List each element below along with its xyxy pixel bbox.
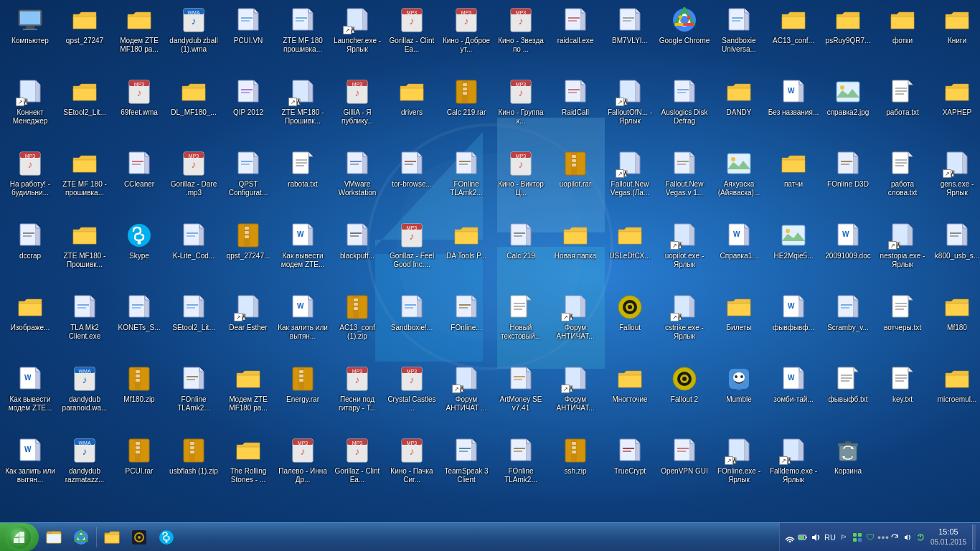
desktop-icon-ac13-zip[interactable]: AC13_conf (1).zip <box>330 290 385 362</box>
desktop-icon-blackpuff[interactable]: blackpuff... <box>330 218 385 290</box>
desktop-icon-teamspeak3[interactable]: TeamSpeak 3 Client <box>439 433 494 505</box>
desktop-icon-pesni-gitaru[interactable]: ♪ MP3 Песни под гитару - Т... <box>330 362 385 433</box>
desktop-icon-dccrap[interactable]: dccrap <box>3 218 57 290</box>
desktop-icon-google-chrome[interactable]: Google Chrome <box>657 3 712 75</box>
desktop-icon-fyvfyvfb[interactable]: фывыфб.txt <box>821 362 875 433</box>
desktop-icon-fallout-new-vegas-v[interactable]: Fallout.New Vegas.v 1... <box>657 146 712 218</box>
desktop-icon-psruy9qr7[interactable]: psRuy9QR7... <box>821 3 875 75</box>
desktop-icon-raidcall-exe[interactable]: raidcall.exe <box>548 3 603 75</box>
desktop-icon-qpst27247[interactable]: qpst_27247 <box>57 3 112 75</box>
desktop-icon-setool2-lit2[interactable]: SEtool2_Lit... <box>166 290 221 362</box>
desktop-icon-3g-modem[interactable]: ↗ Коннект Менеджер <box>3 75 57 146</box>
desktop-icon-microemul[interactable]: microemul... <box>930 362 980 433</box>
desktop-icon-kak-zalit-2[interactable]: W Как залить или вытян... <box>3 433 57 505</box>
desktop-icon-crystal-castles[interactable]: ♪ MP3 Crystal Castles ... <box>385 362 439 433</box>
tray-vol2[interactable] <box>902 532 913 543</box>
taskbar-chrome[interactable] <box>68 524 94 550</box>
desktop-icon-fallout2[interactable]: Fallout 2 <box>657 362 712 433</box>
desktop-icon-dandydub-razm[interactable]: WMA ♪ dandydub razmatazz... <box>57 433 112 505</box>
desktop-icon-fonline-exe[interactable]: ↗ FOnline.exe - Ярлык <box>712 433 766 505</box>
desktop-icon-konets-s[interactable]: KONETs_S... <box>112 290 166 362</box>
desktop-icon-calc219-rar[interactable]: Calc 219.rar <box>439 75 494 146</box>
tray-network2[interactable] <box>852 532 863 543</box>
desktop-icon-gorillaz-dare[interactable]: ♪ MP3 Gorillaz - Dare .mp3 <box>166 146 221 218</box>
desktop-icon-qpst27247b[interactable]: qpst_27247... <box>221 218 275 290</box>
desktop-icon-fallout[interactable]: Fallout <box>603 290 657 362</box>
desktop-icon-rabota-txt2[interactable]: rabota.txt <box>275 146 330 218</box>
desktop-icon-zte-mf180-1[interactable]: ZTE MF 180 прошивка... <box>275 3 330 75</box>
taskbar-skype[interactable] <box>154 524 179 550</box>
desktop-icon-skype[interactable]: Skype <box>112 218 166 290</box>
desktop-icon-usbflash[interactable]: usbflash (1).zip <box>166 433 221 505</box>
desktop-icon-pcui-vn[interactable]: PCUI.VN <box>221 3 275 75</box>
desktop-icon-usledfcx[interactable]: USLeDfCX... <box>603 218 657 290</box>
tray-volume[interactable] <box>810 532 821 543</box>
desktop-icon-gillia[interactable]: ♪ MP3 GilliA - Я публику... <box>330 75 385 146</box>
desktop-icon-truecrypt[interactable]: TrueCrypt <box>603 433 657 505</box>
desktop-icon-auslogics[interactable]: Auslogics Disk Defrag <box>657 75 712 146</box>
desktop-icon-69feet-wma[interactable]: ♪ MP3 69feet.wma <box>112 75 166 146</box>
desktop-icon-rabota-slova[interactable]: работа слова.txt <box>875 146 930 218</box>
desktop-icon-korzina[interactable]: Корзина <box>821 433 875 505</box>
desktop-icon-forum-antichat-2[interactable]: ↗ Форум АНТИЧАТ ... <box>439 362 494 433</box>
desktop-icon-qip2012[interactable]: QIP 2012 <box>221 75 275 146</box>
taskbar-folder[interactable] <box>99 524 125 550</box>
desktop-icon-knigi[interactable]: Книги <box>930 3 980 75</box>
start-button[interactable] <box>0 523 39 552</box>
desktop-icon-nestopia[interactable]: ↗ nestopia.exe - Ярлык <box>875 218 930 290</box>
desktop-icon-forum-antichat[interactable]: ↗ Форум АНТИЧАТ... <box>548 290 603 362</box>
desktop-icon-kak-vyvesti-mod[interactable]: W Как вывести модем ZTE... <box>3 362 57 433</box>
desktop-icon-bez-nazvanya[interactable]: W Без названия... <box>766 75 821 146</box>
tray-update[interactable] <box>889 532 900 543</box>
tray-shield[interactable]: 🛡 <box>864 532 876 543</box>
tray-power[interactable] <box>915 532 926 543</box>
desktop-icon-scramby-v[interactable]: Scramby_v... <box>821 290 875 362</box>
tray-extra[interactable]: ●●● <box>877 532 889 543</box>
desktop-icon-xarner[interactable]: ХАРНЕР <box>930 75 980 146</box>
desktop-icon-20091009-doc[interactable]: W 20091009.doc <box>821 218 875 290</box>
desktop-icon-tla-mk2[interactable]: TLA Mk2 Client.exe <box>57 290 112 362</box>
desktop-icon-dandy[interactable]: DANDY <box>712 75 766 146</box>
desktop-icon-artmoney[interactable]: ArtMoney SE v7.41 <box>494 362 548 433</box>
desktop-icon-kino-dobroe[interactable]: ♪ MP3 Кино - Доброе ут... <box>439 3 494 75</box>
desktop-icon-forum-antichat-3[interactable]: ↗ Форум АНТИЧАТ... <box>548 362 603 433</box>
taskbar-player[interactable] <box>126 524 152 550</box>
desktop-icon-ac13-conf[interactable]: AC13_conf... <box>766 3 821 75</box>
desktop-icon-mf180[interactable]: Mf180 <box>930 290 980 362</box>
desktop-icon-kak-vyvesti[interactable]: W Как вывести модем ZTE... <box>275 218 330 290</box>
desktop-icon-uopilot-rar[interactable]: uopilot.rar <box>548 146 603 218</box>
desktop-icon-votchery[interactable]: вотчеры.txt <box>875 290 930 362</box>
tray-battery[interactable] <box>797 532 809 543</box>
desktop-icon-openvpn[interactable]: OpenVPN GUI <box>657 433 712 505</box>
desktop-icon-kino-gruppa[interactable]: ♪ MP3 Кино - Группа к... <box>494 75 548 146</box>
language-button[interactable]: RU <box>821 533 839 542</box>
desktop-icon-k800-usb[interactable]: k800_usb_s... <box>930 218 980 290</box>
desktop-icon-palevo[interactable]: ♪ MP3 Палево - Инна Др... <box>275 433 330 505</box>
desktop-icon-qpst-config[interactable]: QPST Configurat... <box>221 146 275 218</box>
desktop-icon-fonline-tlamk[interactable]: FOnline TLAmk2... <box>439 146 494 218</box>
desktop-icon-fonline-tlamk2[interactable]: FOnline TLAmk2... <box>166 362 221 433</box>
desktop-icon-vmware[interactable]: VMware Workstation <box>330 146 385 218</box>
desktop-icon-ssh-zip[interactable]: ssh.zip <box>548 433 603 505</box>
desktop-icon-dear-esther[interactable]: ↗ Dear Esther <box>221 290 275 362</box>
desktop-icon-drivers[interactable]: drivers <box>385 75 439 146</box>
desktop-icon-kino-viktor[interactable]: ♪ MP3 Кино - Виктор Ц... <box>494 146 548 218</box>
desktop-icon-sandboxie[interactable]: Sandboxie Universa... <box>712 3 766 75</box>
desktop-icon-calc219[interactable]: Calc 219 <box>494 218 548 290</box>
desktop-icon-setool2-lit[interactable]: SEtool2_Lit... <box>57 75 112 146</box>
desktop-icon-gorillaz-feel[interactable]: ♪ MP3 Gorillaz - Feel Good Inc.... <box>385 218 439 290</box>
desktop-icon-mumble[interactable]: Mumble <box>712 362 766 433</box>
desktop-icon-launcher-exe[interactable]: ↗ Launcher.exe - Ярлык <box>330 3 385 75</box>
desktop-icon-modem-zte-ra[interactable]: Модем ZTE MF180 ра... <box>221 362 275 433</box>
desktop-icon-spravka1[interactable]: W Справка1... <box>712 218 766 290</box>
desktop-icon-computer[interactable]: Компьютер <box>3 3 57 75</box>
desktop-icon-dandydub-wma[interactable]: WMA ♪ dandydub zball (1).wma <box>166 3 221 75</box>
desktop-icon-pcui-rar[interactable]: PCUI.rar <box>112 433 166 505</box>
desktop-icon-zte-mf180-2[interactable]: ↗ ZTE MF180 - Прошивк... <box>275 75 330 146</box>
desktop-icon-raidcall[interactable]: RaidCall <box>548 75 603 146</box>
desktop-icon-dandydub-par[interactable]: WMA ♪ dandydub paranoid.wa... <box>57 362 112 433</box>
desktop-icon-rabota-txt[interactable]: работа.txt <box>875 75 930 146</box>
desktop-icon-ayxuaska[interactable]: Аяхуаска (Айяваска)... <box>712 146 766 218</box>
desktop-icon-sandboxie-exe[interactable]: Sandboxie!... <box>385 290 439 362</box>
desktop-icon-falldemo[interactable]: ↗ Falldemo.exe - Ярлык <box>766 433 821 505</box>
